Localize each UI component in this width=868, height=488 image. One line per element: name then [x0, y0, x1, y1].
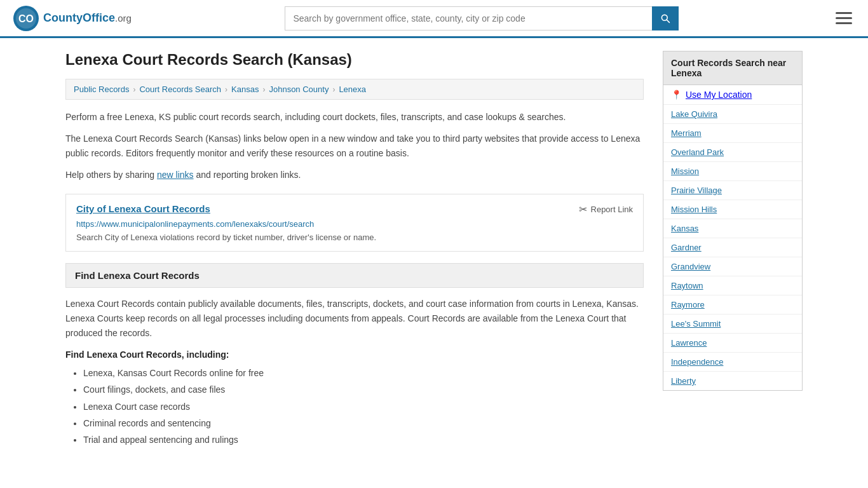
- sidebar-item-gardner[interactable]: Gardner: [663, 238, 802, 257]
- sidebar-item-lees-summit[interactable]: Lee's Summit: [663, 315, 802, 334]
- sidebar-item-liberty[interactable]: Liberty: [663, 372, 802, 390]
- record-card: City of Lenexa Court Records ✂ Report Li…: [65, 194, 644, 252]
- record-description: Search City of Lenexa violations record …: [76, 233, 633, 242]
- sidebar-link-lees-summit[interactable]: Lee's Summit: [671, 319, 721, 329]
- sidebar-link-independence[interactable]: Independence: [671, 357, 723, 367]
- location-pin-icon: 📍: [671, 90, 682, 100]
- sidebar-link-grandview[interactable]: Grandview: [671, 262, 710, 271]
- menu-line: [836, 12, 852, 14]
- logo-text: CountyOffice.org: [43, 11, 132, 25]
- sidebar-item-independence[interactable]: Independence: [663, 353, 802, 372]
- sidebar-link-overland-park[interactable]: Overland Park: [671, 147, 724, 157]
- record-card-title[interactable]: City of Lenexa Court Records: [76, 203, 210, 214]
- sidebar-item-prairie-village[interactable]: Prairie Village: [663, 181, 802, 200]
- breadcrumb-court-records-search[interactable]: Court Records Search: [139, 85, 221, 94]
- content-area: Lenexa Court Records Search (Kansas) Pub…: [65, 51, 644, 450]
- description-para3: Help others by sharing new links and rep…: [65, 168, 644, 182]
- use-my-location-link[interactable]: Use My Location: [686, 90, 752, 100]
- record-card-header: City of Lenexa Court Records ✂ Report Li…: [76, 203, 633, 215]
- search-button[interactable]: [652, 6, 679, 30]
- sidebar-use-location[interactable]: 📍 Use My Location: [663, 85, 802, 105]
- breadcrumb: Public Records › Court Records Search › …: [65, 79, 644, 100]
- menu-line: [836, 22, 852, 24]
- logo-suffix-text: .org: [115, 13, 132, 24]
- sidebar-link-merriam[interactable]: Merriam: [671, 128, 702, 138]
- sidebar-link-lake-quivira[interactable]: Lake Quivira: [671, 109, 717, 119]
- search-area: [285, 6, 679, 30]
- sidebar-item-kansas[interactable]: Kansas: [663, 219, 802, 238]
- logo-icon: CO: [13, 5, 39, 32]
- list-item: Criminal records and sentencing: [83, 416, 644, 430]
- logo-area: CO CountyOffice.org: [13, 5, 132, 32]
- list-item: Trial and appeal sentencing and rulings: [83, 433, 644, 447]
- sidebar-list: 📍 Use My Location Lake Quivira Merriam O…: [663, 85, 803, 391]
- sidebar-link-mission[interactable]: Mission: [671, 166, 699, 176]
- sidebar-item-mission-hills[interactable]: Mission Hills: [663, 200, 802, 219]
- find-section-header: Find Lenexa Court Records: [65, 263, 644, 288]
- list-item: Court filings, dockets, and case files: [83, 383, 644, 396]
- sidebar-link-raymore[interactable]: Raymore: [671, 300, 705, 309]
- desc-para3-suffix: and reporting broken links.: [194, 170, 301, 180]
- site-header: CO CountyOffice.org: [0, 0, 868, 38]
- breadcrumb-sep: ›: [225, 85, 227, 94]
- find-section-body: Lenexa Court Records contain publicly av…: [65, 297, 644, 341]
- sidebar-item-grandview[interactable]: Grandview: [663, 257, 802, 276]
- record-url[interactable]: https://www.municipalonlinepayments.com/…: [76, 219, 633, 229]
- description-para2: The Lenexa Court Records Search (Kansas)…: [65, 132, 644, 160]
- breadcrumb-johnson-county[interactable]: Johnson County: [269, 85, 329, 94]
- find-section-list: Lenexa, Kansas Court Records online for …: [65, 366, 644, 447]
- sidebar-item-lake-quivira[interactable]: Lake Quivira: [663, 105, 802, 124]
- report-link-label: Report Link: [591, 205, 633, 214]
- search-input[interactable]: [285, 6, 652, 30]
- menu-line: [836, 17, 852, 19]
- breadcrumb-sep: ›: [262, 85, 265, 94]
- breadcrumb-kansas[interactable]: Kansas: [231, 85, 259, 94]
- report-icon: ✂: [579, 203, 587, 215]
- svg-line-4: [667, 20, 669, 22]
- sidebar-link-prairie-village[interactable]: Prairie Village: [671, 186, 722, 195]
- search-icon: [660, 13, 670, 24]
- sidebar-link-gardner[interactable]: Gardner: [671, 243, 702, 252]
- sidebar-link-lawrence[interactable]: Lawrence: [671, 338, 707, 348]
- main-container: Lenexa Court Records Search (Kansas) Pub…: [53, 38, 815, 463]
- sidebar-link-mission-hills[interactable]: Mission Hills: [671, 205, 717, 214]
- find-section-subtitle: Find Lenexa Court Records, including:: [65, 349, 644, 360]
- breadcrumb-sep: ›: [133, 85, 135, 94]
- description-para1: Perform a free Lenexa, KS public court r…: [65, 110, 644, 124]
- sidebar-item-raytown[interactable]: Raytown: [663, 276, 802, 295]
- list-item: Lenexa Court case records: [83, 400, 644, 414]
- breadcrumb-lenexa[interactable]: Lenexa: [339, 85, 366, 94]
- sidebar-link-raytown[interactable]: Raytown: [671, 281, 703, 290]
- svg-text:CO: CO: [18, 13, 34, 24]
- sidebar-item-lawrence[interactable]: Lawrence: [663, 334, 802, 353]
- hamburger-menu-button[interactable]: [832, 9, 855, 27]
- page-title: Lenexa Court Records Search (Kansas): [65, 51, 644, 69]
- sidebar-link-liberty[interactable]: Liberty: [671, 376, 696, 386]
- logo-main-text: CountyOffice: [43, 11, 115, 24]
- sidebar-title: Court Records Search near Lenexa: [663, 51, 803, 85]
- sidebar-item-raymore[interactable]: Raymore: [663, 295, 802, 315]
- report-link-button[interactable]: ✂ Report Link: [579, 203, 633, 215]
- find-section: Find Lenexa Court Records Lenexa Court R…: [65, 263, 644, 447]
- list-item: Lenexa, Kansas Court Records online for …: [83, 366, 644, 380]
- breadcrumb-public-records[interactable]: Public Records: [74, 85, 129, 94]
- desc-para3-prefix: Help others by sharing: [65, 170, 157, 180]
- sidebar-item-merriam[interactable]: Merriam: [663, 124, 802, 143]
- sidebar-link-kansas[interactable]: Kansas: [671, 224, 698, 233]
- sidebar: Court Records Search near Lenexa 📍 Use M…: [663, 51, 803, 450]
- breadcrumb-sep: ›: [332, 85, 335, 94]
- sidebar-item-mission[interactable]: Mission: [663, 162, 802, 181]
- sidebar-item-overland-park[interactable]: Overland Park: [663, 143, 802, 162]
- new-links-link[interactable]: new links: [157, 170, 194, 180]
